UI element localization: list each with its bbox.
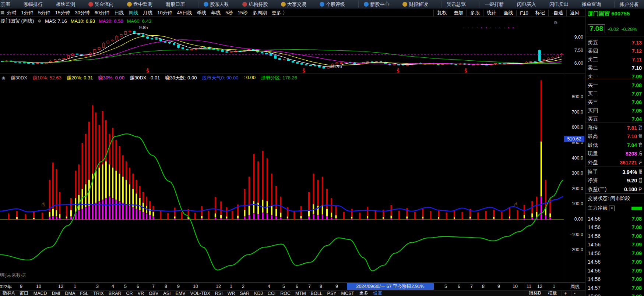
- toolbar-button[interactable]: 多股: [467, 10, 483, 16]
- top-menu-item[interactable]: 大宗交易: [281, 1, 306, 8]
- chart-header: 厦门国贸 (周线) ⊗ MA5: 7.16MA10: 6.93MA20: 6.5…: [1, 18, 151, 24]
- ask-row[interactable]: 卖四 7.12: [585, 47, 644, 55]
- ask-row[interactable]: 卖五 7.13: [585, 38, 644, 47]
- stock-name: 厦门国贸: [588, 10, 610, 17]
- period-option[interactable]: 15分钟: [55, 10, 70, 16]
- top-menu-item[interactable]: 闪电买入: [517, 1, 536, 8]
- toolbar-button[interactable]: 返回: [566, 10, 583, 16]
- period-option[interactable]: 5分钟: [38, 10, 50, 16]
- period-option[interactable]: 更多 〉: [272, 10, 288, 16]
- top-menu-item[interactable]: 景图: [1, 1, 10, 8]
- bid-row[interactable]: 买二 7.07: [585, 89, 644, 98]
- indicator-tab[interactable]: BRAR: [106, 291, 124, 296]
- top-menu-item[interactable]: 盘中监测: [127, 1, 152, 8]
- indicator-tab[interactable]: 指标A: [0, 290, 17, 296]
- period-option[interactable]: 月线: [143, 10, 152, 16]
- indicator-tab[interactable]: 设置: [370, 290, 384, 296]
- indicator-canvas[interactable]: [0, 74, 564, 282]
- menu-item-icon: [364, 2, 369, 7]
- top-menu-item[interactable]: 机构持股: [242, 1, 268, 8]
- indicator-tab[interactable]: KDJ: [252, 291, 265, 296]
- tab-control-button[interactable]: -: [571, 291, 578, 296]
- tab-control-button[interactable]: 模板: [545, 290, 560, 296]
- indicator-icon[interactable]: ◉: [1, 75, 5, 81]
- period-option[interactable]: 10分钟: [157, 10, 172, 16]
- toolbar-button[interactable]: 复权: [433, 10, 450, 16]
- period-option[interactable]: 1分钟: [21, 10, 33, 16]
- indicator-tab[interactable]: MCST: [339, 291, 356, 296]
- top-menu-item[interactable]: 资讯总览: [441, 1, 466, 8]
- indicator-tab[interactable]: CR: [124, 291, 135, 296]
- top-menu-item[interactable]: 撤单查询: [582, 1, 601, 8]
- toolbar-button[interactable]: -自选: [548, 10, 566, 16]
- indicator-tab[interactable]: VOL-TDX: [188, 291, 212, 296]
- indicator-tab[interactable]: WR: [225, 291, 237, 296]
- ask-row[interactable]: 卖二 7.10: [585, 64, 644, 72]
- indicator-tab[interactable]: TRIX: [91, 291, 106, 296]
- indicator-tab[interactable]: DMA: [63, 291, 78, 296]
- period-option[interactable]: 30分钟: [75, 10, 89, 16]
- period-option[interactable]: 15秒: [237, 10, 247, 16]
- period-option[interactable]: 分时: [7, 10, 16, 16]
- period-option[interactable]: 周线: [129, 10, 138, 16]
- top-menu-item[interactable]: 资金流向: [88, 1, 114, 8]
- toolbar-button[interactable]: 统计: [483, 10, 500, 16]
- ask-price: 7.10: [632, 65, 642, 71]
- period-option[interactable]: 季线: [197, 10, 206, 16]
- divider: [585, 193, 644, 194]
- top-menu-item[interactable]: 板块监测: [56, 1, 75, 8]
- period-option[interactable]: 60分钟: [95, 10, 109, 16]
- toolbar-button[interactable]: F10: [516, 10, 531, 16]
- selected-date-badge[interactable]: 2024/09/30/一 67 至今涨幅2.91%: [347, 283, 434, 290]
- top-menu-item[interactable]: 新股中心: [358, 1, 389, 8]
- indicator-tab[interactable]: MTM: [293, 291, 308, 296]
- indicator-chart[interactable]: ◉ 赚30DX 赚10%: 52.63赚20%: 0.31赚30%: 0.00赚…: [0, 74, 564, 282]
- period-option[interactable]: 多周期: [253, 10, 267, 16]
- chart-layout-icon[interactable]: ▤: [0, 10, 4, 15]
- indicator-tab[interactable]: PSY: [325, 291, 339, 296]
- tab-control-button[interactable]: 指标B: [526, 290, 543, 296]
- indicator-tab[interactable]: BOLL: [308, 291, 325, 296]
- indicator-tab[interactable]: EMV: [173, 291, 188, 296]
- candlestick-chart[interactable]: 厦门国贸 (周线) ⊗ MA5: 7.16MA10: 6.93MA20: 6.5…: [0, 17, 564, 74]
- bid-label: 买一: [588, 82, 598, 89]
- ask-row[interactable]: 卖一 7.09: [585, 72, 644, 81]
- top-menu-item[interactable]: 新股日历: [166, 1, 185, 8]
- top-menu-item[interactable]: 账户分析: [614, 1, 639, 8]
- indicator-tab[interactable]: 更多: [356, 290, 370, 296]
- indicator-tab[interactable]: FSL: [78, 291, 91, 296]
- toolbar-button[interactable]: 画线: [500, 10, 516, 16]
- main-net-detail-icon[interactable]: ≡: [609, 206, 615, 211]
- indicator-tab[interactable]: CCI: [265, 291, 278, 296]
- top-menu-item[interactable]: 一键打新: [479, 1, 504, 8]
- period-option[interactable]: 年线: [211, 10, 221, 16]
- stock-name-code[interactable]: 厦门国贸 600755: [588, 10, 630, 17]
- bid-row[interactable]: 买四 7.05: [585, 106, 644, 115]
- period-option[interactable]: 45日线: [177, 10, 192, 16]
- indicator-name[interactable]: 赚30DX: [10, 75, 27, 81]
- top-menu-item[interactable]: 个股评级: [320, 1, 345, 8]
- indicator-tab[interactable]: OBV: [146, 291, 161, 296]
- toolbar-button[interactable]: 叠加: [450, 10, 467, 16]
- bid-row[interactable]: 买三 7.06: [585, 98, 644, 106]
- indicator-tab[interactable]: RSI: [212, 291, 225, 296]
- top-menu-item[interactable]: 股东人数: [198, 1, 229, 8]
- tab-control-button[interactable]: +: [561, 291, 569, 296]
- period-option[interactable]: 5秒: [225, 10, 233, 16]
- indicator-tab[interactable]: VR: [135, 291, 146, 296]
- collapse-icon[interactable]: ⊗: [38, 18, 41, 24]
- indicator-tab[interactable]: ROC: [278, 291, 293, 296]
- ask-row[interactable]: 卖三 7.11: [585, 55, 644, 64]
- top-menu-item[interactable]: 闪电卖出: [549, 1, 569, 8]
- indicator-tab[interactable]: ASI: [161, 291, 173, 296]
- top-menu-item[interactable]: 涨幅排行: [24, 1, 43, 8]
- indicator-tab[interactable]: DMI: [49, 291, 63, 296]
- indicator-tab[interactable]: 窗口: [17, 290, 31, 296]
- top-menu-item[interactable]: 财报解读: [402, 1, 428, 8]
- indicator-tab[interactable]: SAR: [237, 291, 252, 296]
- bid-row[interactable]: 买一 7.08: [585, 81, 644, 89]
- period-option[interactable]: 日线: [114, 10, 124, 16]
- indicator-tab[interactable]: MACD: [31, 291, 49, 296]
- panel-expand-icon[interactable]: ⧉: [554, 20, 557, 25]
- toolbar-button[interactable]: 标记: [532, 10, 548, 16]
